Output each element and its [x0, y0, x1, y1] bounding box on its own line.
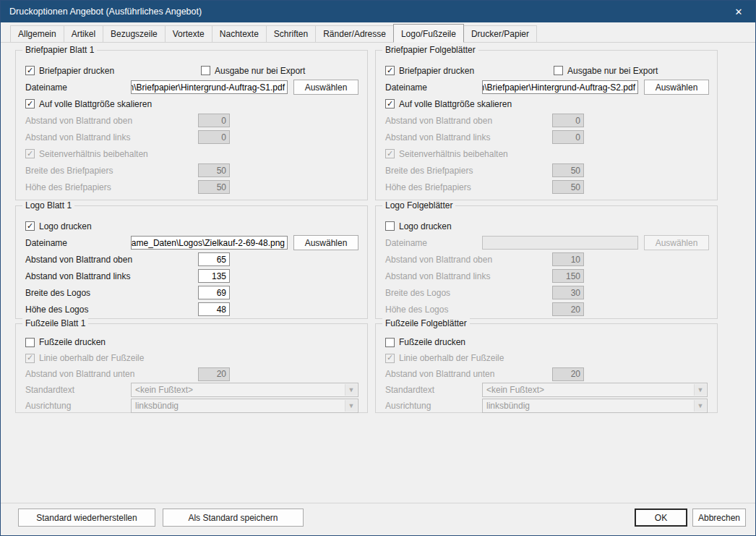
abbrechen-button[interactable]: Abbrechen	[692, 509, 746, 527]
chevron-down-icon: ▼	[694, 400, 706, 412]
dialog-druckoptionen: Druckoptionen Angebot (Ausführliches Ang…	[0, 0, 756, 536]
brief1-ausgabe-export-checkbox[interactable]: Ausgabe nur bei Export	[201, 66, 305, 76]
tab-raender-adresse[interactable]: Ränder/Adresse	[315, 25, 394, 42]
checkbox-checked-icon	[385, 149, 395, 158]
brieff-abstand-oben-input	[552, 114, 584, 127]
form-row: Ausrichtung linksbündig ▼	[16, 398, 367, 414]
logo1-breite-input[interactable]	[198, 286, 230, 299]
form-row: Abstand von Blattrand links	[376, 129, 717, 145]
breite-briefpapier-label: Breite des Briefpapiers	[385, 166, 552, 176]
form-row: Dateiname Daten\Briefpapier\Hintergrund-…	[376, 79, 717, 95]
checkbox-label: Briefpapier drucken	[39, 66, 114, 76]
close-icon[interactable]: ✕	[722, 1, 755, 22]
form-row: Briefpapier drucken Ausgabe nur bei Expo…	[376, 62, 717, 79]
tab-allgemein[interactable]: Allgemein	[10, 25, 64, 42]
ok-button[interactable]: OK	[635, 509, 687, 527]
standard-wiederherstellen-button[interactable]: Standard wiederherstellen	[18, 509, 155, 527]
form-row: Abstand von Blattrand oben	[376, 112, 717, 129]
tab-logo-fusszeile[interactable]: Logo/Fußzeile	[393, 24, 464, 43]
tab-artikel[interactable]: Artikel	[64, 25, 103, 42]
fussf-fusszeile-drucken-checkbox[interactable]: Fußzeile drucken	[385, 337, 465, 347]
brief1-skalieren-checkbox[interactable]: Auf volle Blattgröße skalieren	[25, 99, 152, 109]
fuss1-linie-oberhalb-checkbox: Linie oberhalb der Fußzeile	[25, 353, 144, 363]
form-row: Abstand von Blattrand oben	[16, 112, 367, 129]
group-logo-blatt-1: Logo Blatt 1 Logo drucken Dateiname eins…	[15, 205, 368, 319]
form-row: Fußzeile drucken	[16, 334, 367, 350]
tab-page-logo-fusszeile: Briefpapier Blatt 1 Briefpapier drucken …	[1, 43, 755, 503]
brieff-auswaehlen-button[interactable]: Auswählen	[644, 80, 709, 95]
group-body: Fußzeile drucken Linie oberhalb der Fußz…	[16, 324, 367, 414]
tab-bezugszeile[interactable]: Bezugszeile	[103, 25, 166, 42]
group-body: Fußzeile drucken Linie oberhalb der Fußz…	[376, 324, 717, 414]
tab-schriften[interactable]: Schriften	[266, 25, 316, 42]
dateiname-label: Dateiname	[25, 82, 131, 93]
brief1-briefpapier-drucken-checkbox[interactable]: Briefpapier drucken	[25, 66, 201, 76]
checkbox-checked-icon	[25, 221, 35, 231]
group-title: Briefpapier Blatt 1	[22, 45, 97, 55]
form-row: Höhe des Logos	[16, 301, 367, 318]
brief1-seitenverhaeltnis-checkbox: Seitenverhältnis beibehalten	[25, 149, 148, 159]
form-row: Höhe des Briefpapiers	[16, 179, 367, 195]
chevron-down-icon: ▼	[694, 384, 706, 396]
brieff-breite-input	[552, 163, 584, 177]
breite-briefpapier-label: Breite des Briefpapiers	[25, 166, 198, 176]
logo1-logo-drucken-checkbox[interactable]: Logo drucken	[25, 221, 92, 231]
abstand-links-label: Abstand von Blattrand links	[25, 132, 198, 142]
standardtext-label: Standardtext	[385, 385, 482, 395]
dateiname-label: Dateiname	[385, 82, 482, 93]
group-body: Logo drucken Dateiname Auswählen Abstand…	[376, 206, 717, 318]
form-row: Abstand von Blattrand oben	[376, 251, 717, 268]
logof-logo-drucken-checkbox[interactable]: Logo drucken	[385, 221, 452, 231]
tab-vortexte[interactable]: Vortexte	[165, 25, 212, 42]
form-row: Logo drucken	[16, 218, 367, 234]
group-briefpapier-folgeblaetter: Briefpapier Folgeblätter Briefpapier dru…	[375, 50, 718, 200]
logo1-abstand-links-input[interactable]	[198, 269, 230, 283]
checkbox-label: Logo drucken	[39, 221, 92, 231]
tab-drucker-papier[interactable]: Drucker/Papier	[463, 25, 537, 42]
abstand-links-label: Abstand von Blattrand links	[25, 271, 198, 281]
form-row: Breite des Briefpapiers	[16, 162, 367, 179]
checkbox-label: Fußzeile drucken	[399, 337, 465, 347]
checkbox-unchecked-icon	[201, 66, 210, 75]
brieff-skalieren-checkbox[interactable]: Auf volle Blattgröße skalieren	[385, 99, 512, 109]
group-title: Logo Folgeblätter	[382, 200, 455, 210]
logo1-dateiname-input[interactable]: einsame_Daten\Logos\Zielkauf-2-69-48.png	[131, 236, 288, 250]
group-title: Fußzeile Folgeblätter	[382, 318, 470, 328]
combo-value: linksbündig	[486, 401, 530, 411]
brief1-abstand-links-input	[198, 130, 230, 144]
checkbox-checked-icon	[385, 99, 395, 109]
brieff-dateiname-input[interactable]: Daten\Briefpapier\Hintergrund-Auftrag-S2…	[482, 80, 638, 94]
fuss1-fusszeile-drucken-checkbox[interactable]: Fußzeile drucken	[25, 337, 106, 347]
form-row: Breite des Logos	[16, 284, 367, 301]
logo1-auswaehlen-button[interactable]: Auswählen	[293, 235, 358, 250]
tab-nachtexte[interactable]: Nachtexte	[212, 25, 267, 42]
hoehe-briefpapier-label: Höhe des Briefpapiers	[25, 182, 198, 192]
checkbox-checked-icon	[385, 66, 395, 75]
als-standard-speichern-button[interactable]: Als Standard speichern	[163, 509, 304, 527]
logo1-hoehe-input[interactable]	[198, 302, 230, 316]
checkbox-checked-icon	[385, 354, 395, 363]
form-row: Abstand von Blattrand links	[16, 129, 367, 145]
checkbox-label: Auf volle Blattgröße skalieren	[39, 99, 152, 109]
brieff-briefpapier-drucken-checkbox[interactable]: Briefpapier drucken	[385, 66, 554, 76]
checkbox-label: Auf volle Blattgröße skalieren	[399, 99, 512, 109]
checkbox-label: Ausgabe nur bei Export	[215, 66, 305, 76]
form-row: Briefpapier drucken Ausgabe nur bei Expo…	[16, 62, 367, 79]
abstand-unten-label: Abstand von Blattrand unten	[25, 369, 198, 379]
checkbox-checked-icon	[25, 149, 35, 158]
fussf-abstand-unten-input	[552, 367, 584, 381]
logo1-abstand-oben-input[interactable]	[198, 252, 230, 266]
ausrichtung-label: Ausrichtung	[25, 401, 131, 411]
standardtext-label: Standardtext	[25, 385, 131, 395]
form-row: Abstand von Blattrand links	[16, 268, 367, 284]
group-title: Logo Blatt 1	[22, 200, 74, 210]
brieff-ausgabe-export-checkbox[interactable]: Ausgabe nur bei Export	[554, 66, 658, 76]
abstand-links-label: Abstand von Blattrand links	[385, 132, 552, 142]
brief1-dateiname-input[interactable]: Daten\Briefpapier\Hintergrund-Auftrag-S1…	[131, 80, 288, 94]
titlebar: Druckoptionen Angebot (Ausführliches Ang…	[1, 1, 755, 22]
brief1-auswaehlen-button[interactable]: Auswählen	[293, 80, 358, 95]
hoehe-briefpapier-label: Höhe des Briefpapiers	[385, 182, 552, 192]
form-row: Standardtext <kein Fußtext> ▼	[16, 382, 367, 398]
form-row: Dateiname einsame_Daten\Logos\Zielkauf-2…	[16, 234, 367, 251]
checkbox-label: Seitenverhältnis beibehalten	[399, 149, 508, 159]
